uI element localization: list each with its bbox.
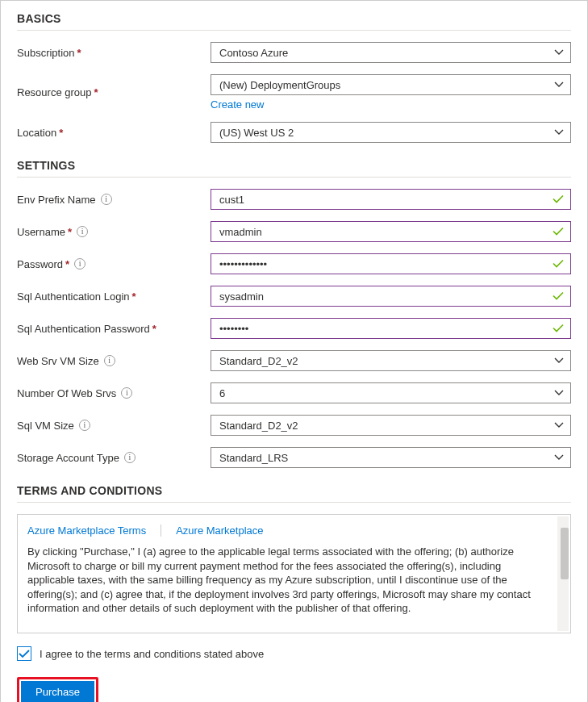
info-icon[interactable]: i <box>124 452 136 463</box>
password-label: Password* i <box>17 258 211 270</box>
subscription-select[interactable]: Contoso Azure <box>211 42 571 63</box>
chevron-down-icon <box>554 454 564 461</box>
sql-vm-size-select[interactable]: Standard_D2_v2 <box>211 415 571 436</box>
agree-row: I agree to the terms and conditions stat… <box>17 646 571 661</box>
subscription-label: Subscription* <box>17 47 211 59</box>
password-input[interactable]: ••••••••••••• <box>211 253 571 274</box>
check-icon <box>553 324 564 333</box>
terms-tabs: Azure Marketplace Terms Azure Marketplac… <box>27 524 549 537</box>
chevron-down-icon <box>554 81 564 88</box>
sql-vm-size-row: Sql VM Size i Standard_D2_v2 <box>17 415 571 436</box>
chevron-down-icon <box>554 357 564 364</box>
subscription-row: Subscription* Contoso Azure <box>17 42 571 63</box>
sql-password-row: Sql Authentication Password* •••••••• <box>17 318 571 339</box>
terms-text: By clicking "Purchase," I (a) agree to t… <box>27 545 549 616</box>
env-prefix-input[interactable]: cust1 <box>211 189 571 210</box>
required-asterisk: * <box>68 226 72 238</box>
username-row: Username* i vmadmin <box>17 221 571 242</box>
num-web-srvs-label: Number Of Web Srvs i <box>17 387 211 399</box>
info-icon[interactable]: i <box>79 420 90 431</box>
settings-heading: SETTINGS <box>17 159 571 178</box>
chevron-down-icon <box>554 422 564 428</box>
info-icon[interactable]: i <box>104 355 115 366</box>
location-select[interactable]: (US) West US 2 <box>211 122 571 143</box>
check-icon <box>553 292 564 301</box>
sql-vm-size-label: Sql VM Size i <box>17 420 211 432</box>
chevron-down-icon <box>554 390 564 396</box>
env-prefix-row: Env Prefix Name i cust1 <box>17 189 571 210</box>
check-icon <box>19 650 30 658</box>
scrollbar-thumb[interactable] <box>561 528 569 579</box>
resource-group-row: Resource group* (New) DeploymentGroups C… <box>17 74 571 111</box>
chevron-down-icon <box>554 49 564 56</box>
storage-type-select[interactable]: Standard_LRS <box>211 447 571 468</box>
num-web-srvs-select[interactable]: 6 <box>211 382 571 403</box>
info-icon[interactable]: i <box>101 194 112 205</box>
sql-login-input[interactable]: sysadmin <box>211 286 571 307</box>
agree-label: I agree to the terms and conditions stat… <box>40 648 264 660</box>
required-asterisk: * <box>65 258 69 270</box>
required-asterisk: * <box>132 290 136 303</box>
web-vm-size-select[interactable]: Standard_D2_v2 <box>211 350 571 371</box>
chevron-down-icon <box>554 129 564 136</box>
check-icon <box>553 260 564 269</box>
create-new-link[interactable]: Create new <box>211 98 264 111</box>
storage-type-row: Storage Account Type i Standard_LRS <box>17 447 571 468</box>
required-asterisk: * <box>77 47 81 59</box>
sql-login-row: Sql Authentication Login* sysadmin <box>17 286 571 307</box>
password-row: Password* i ••••••••••••• <box>17 253 571 274</box>
web-vm-size-label: Web Srv VM Size i <box>17 355 211 367</box>
tab-marketplace[interactable]: Azure Marketplace <box>176 524 263 537</box>
info-icon[interactable]: i <box>74 258 85 270</box>
env-prefix-label: Env Prefix Name i <box>17 194 211 206</box>
storage-type-label: Storage Account Type i <box>17 452 211 464</box>
num-web-srvs-row: Number Of Web Srvs i 6 <box>17 382 571 403</box>
username-label: Username* i <box>17 226 211 238</box>
location-row: Location* (US) West US 2 <box>17 122 571 143</box>
terms-box: Azure Marketplace Terms Azure Marketplac… <box>17 514 571 633</box>
info-icon[interactable]: i <box>77 226 88 237</box>
required-asterisk: * <box>152 323 156 335</box>
purchase-button[interactable]: Purchase <box>21 681 94 702</box>
basics-heading: BASICS <box>17 12 571 31</box>
web-vm-size-row: Web Srv VM Size i Standard_D2_v2 <box>17 350 571 371</box>
required-asterisk: * <box>94 86 98 98</box>
location-label: Location* <box>17 127 211 139</box>
terms-heading: TERMS AND CONDITIONS <box>17 484 571 503</box>
required-asterisk: * <box>59 127 63 139</box>
sql-password-input[interactable]: •••••••• <box>211 318 571 339</box>
agree-checkbox[interactable] <box>17 646 31 661</box>
username-input[interactable]: vmadmin <box>211 221 571 242</box>
resource-group-label: Resource group* <box>17 86 211 98</box>
info-icon[interactable]: i <box>121 387 132 399</box>
tab-marketplace-terms[interactable]: Azure Marketplace Terms <box>27 524 161 537</box>
purchase-highlight: Purchase <box>17 677 98 702</box>
check-icon <box>553 195 564 204</box>
check-icon <box>553 228 564 236</box>
sql-login-label: Sql Authentication Login* <box>17 290 211 303</box>
sql-password-label: Sql Authentication Password* <box>17 323 211 335</box>
resource-group-select[interactable]: (New) DeploymentGroups <box>211 74 571 95</box>
form-panel: BASICS Subscription* Contoso Azure Resou… <box>0 0 588 702</box>
